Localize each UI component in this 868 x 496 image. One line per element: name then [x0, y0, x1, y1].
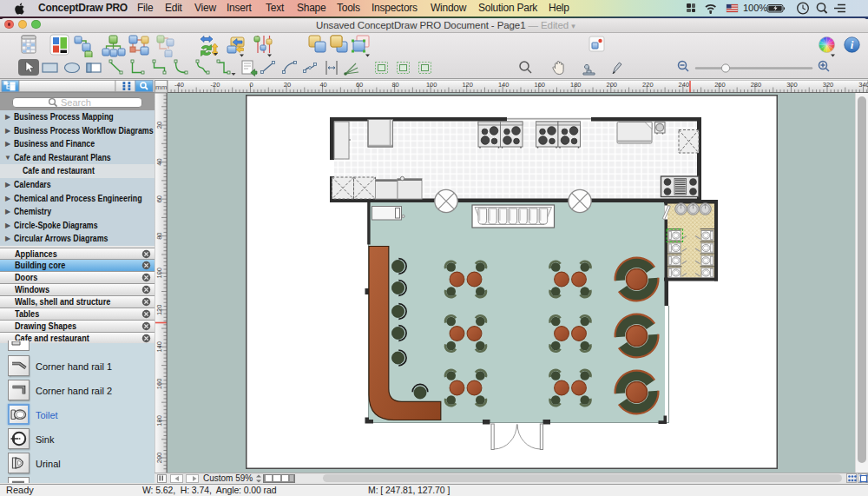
svg-text:220: 220 [642, 80, 654, 88]
svg-text:180: 180 [155, 415, 163, 427]
svg-text:160: 160 [534, 80, 545, 88]
svg-text:200: 200 [155, 452, 163, 463]
svg-text:100: 100 [155, 267, 163, 278]
svg-text:140: 140 [498, 80, 510, 88]
svg-text:-40: -40 [174, 80, 184, 88]
svg-text:340: 340 [858, 80, 868, 88]
svg-text:120: 120 [155, 304, 163, 315]
svg-text:60: 60 [155, 195, 163, 202]
svg-text:20: 20 [155, 121, 163, 128]
svg-text:120: 120 [462, 80, 473, 88]
svg-text:40: 40 [155, 158, 163, 165]
svg-text:260: 260 [714, 80, 726, 88]
svg-text:200: 200 [607, 80, 618, 88]
svg-text:160: 160 [155, 378, 163, 389]
svg-text:20: 20 [284, 80, 291, 88]
svg-text:100: 100 [426, 80, 437, 88]
svg-text:180: 180 [570, 80, 582, 88]
svg-text:320: 320 [823, 80, 834, 88]
svg-text:40: 40 [319, 80, 326, 88]
svg-text:80: 80 [391, 80, 398, 88]
svg-text:60: 60 [356, 80, 363, 88]
svg-text:-20: -20 [211, 80, 220, 88]
svg-text:i: i [851, 38, 854, 51]
svg-text:0: 0 [249, 80, 253, 88]
svg-text:240: 240 [679, 80, 690, 88]
svg-text:300: 300 [786, 80, 798, 88]
svg-text:280: 280 [751, 80, 762, 88]
svg-text:80: 80 [155, 232, 163, 239]
svg-text:140: 140 [155, 341, 163, 353]
